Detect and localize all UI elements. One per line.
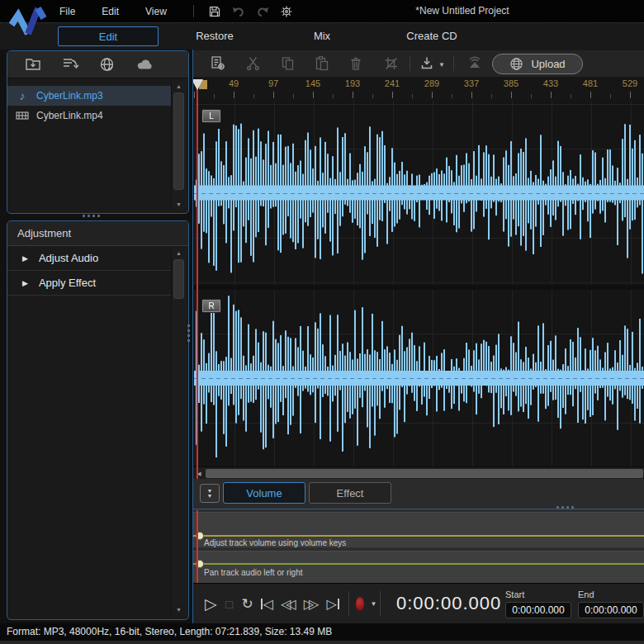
scrollbar-thumb[interactable] xyxy=(206,469,643,478)
delete-icon[interactable] xyxy=(348,54,366,73)
ruler-tick-label: 385 xyxy=(504,78,519,88)
go-to-end-button[interactable]: ▷ xyxy=(326,592,339,615)
rewind-button[interactable]: ◁◁ xyxy=(281,592,296,615)
start-time-field[interactable]: 0:00:00.000 xyxy=(505,602,571,618)
mode-tab-restore[interactable]: Restore xyxy=(186,30,244,42)
app-window: File Edit View *New Unti xyxy=(0,0,644,644)
scroll-down-icon[interactable]: ▼ xyxy=(172,604,186,615)
scroll-up-icon[interactable]: ▲ xyxy=(172,81,186,92)
playhead-marker-icon[interactable] xyxy=(192,79,203,90)
file-row-mp4[interactable]: CyberLink.mp4 xyxy=(7,106,171,125)
ruler-major-tick xyxy=(234,92,234,98)
menubar: File Edit View *New Unti xyxy=(0,0,644,22)
ruler[interactable]: 14997145193241289337385433481529 xyxy=(193,77,644,102)
clip-properties-icon[interactable] xyxy=(209,54,227,73)
ruler-tick-label: 193 xyxy=(345,78,360,88)
video-file-icon xyxy=(16,110,29,121)
ruler-minor-tick xyxy=(571,94,571,98)
scroll-left-icon[interactable]: ◀ xyxy=(194,467,204,480)
chevron-down-icon: ▼ xyxy=(207,494,213,499)
transport-separator xyxy=(380,591,381,616)
adjust-audio-row[interactable]: ▶ Adjust Audio xyxy=(7,246,171,271)
apply-effect-row[interactable]: ▶ Apply Effect xyxy=(7,271,171,296)
normalize-icon[interactable] xyxy=(466,54,484,73)
go-to-start-button[interactable]: ◁ xyxy=(261,592,273,615)
menu-file[interactable]: File xyxy=(59,6,75,17)
ruler-minor-tick xyxy=(293,94,294,98)
volume-keyframe-track[interactable]: Adjust track volume using volume keys xyxy=(193,512,644,547)
bottom-strip xyxy=(0,641,644,644)
settings-gear-icon[interactable] xyxy=(279,4,294,19)
scroll-up-icon[interactable]: ▲ xyxy=(172,248,186,258)
undo-icon[interactable] xyxy=(231,4,246,19)
stop-button[interactable]: □ xyxy=(225,592,234,615)
ruler-tick-label: 97 xyxy=(268,78,278,88)
download-from-web-icon[interactable] xyxy=(98,55,116,73)
import-project-icon[interactable] xyxy=(61,55,79,73)
marker-dropdown-icon[interactable]: ▼ xyxy=(438,61,445,69)
menu-edit[interactable]: Edit xyxy=(102,6,119,17)
library-toolbar xyxy=(7,51,188,78)
play-button[interactable]: ▷ xyxy=(205,592,217,615)
record-button[interactable] xyxy=(356,597,364,611)
end-time-field[interactable]: 0:00:00.000 xyxy=(578,602,644,618)
insert-marker-icon[interactable] xyxy=(418,54,436,73)
menu-view[interactable]: View xyxy=(145,6,167,17)
media-library-panel: ♪ CyberLink.mp3 CyberLink.mp4 ▲ ▼ xyxy=(7,50,189,214)
pan-key-line[interactable] xyxy=(193,563,644,565)
adjust-audio-label: Adjust Audio xyxy=(39,252,98,264)
adjustment-scrollbar[interactable]: ▲ ▼ xyxy=(171,248,186,615)
ruler-tick-label: 241 xyxy=(385,78,400,88)
waveform-canvas[interactable] xyxy=(194,101,644,466)
file-name: CyberLink.mp4 xyxy=(36,110,103,121)
import-media-icon[interactable] xyxy=(24,55,42,73)
file-row-mp3[interactable]: ♪ CyberLink.mp3 xyxy=(7,86,171,106)
tab-volume[interactable]: Volume xyxy=(223,482,305,504)
start-label: Start xyxy=(505,590,571,599)
scrollbar-thumb[interactable] xyxy=(173,92,184,190)
ruler-major-tick xyxy=(353,92,353,98)
cut-icon[interactable] xyxy=(244,54,263,73)
toolbar-separator xyxy=(453,56,454,71)
splitter-handle[interactable] xyxy=(187,324,190,342)
trim-icon[interactable] xyxy=(382,54,400,73)
ruler-minor-tick xyxy=(610,94,611,98)
keyframe-resize-handle[interactable] xyxy=(556,506,574,509)
mode-tab-mix[interactable]: Mix xyxy=(293,30,351,42)
waveform-view[interactable]: L R xyxy=(193,101,644,466)
record-dropdown-icon[interactable]: ▼ xyxy=(370,600,376,608)
pan-keyframe-track[interactable]: Pan track audio left or right xyxy=(193,551,644,584)
playhead-line xyxy=(197,510,198,583)
save-icon[interactable] xyxy=(207,4,222,19)
volume-key-line[interactable] xyxy=(193,535,644,537)
loop-button[interactable]: ↻ xyxy=(242,592,253,615)
tab-effect[interactable]: Effect xyxy=(309,482,391,504)
redo-icon[interactable] xyxy=(255,4,270,19)
editor-toolbar: ▼ Upload xyxy=(193,50,644,78)
media-file-list: ♪ CyberLink.mp3 CyberLink.mp4 xyxy=(7,78,171,213)
expand-right-icon: ▶ xyxy=(22,254,28,263)
library-scrollbar[interactable]: ▲ ▼ xyxy=(171,81,186,210)
ruler-tick-label: 49 xyxy=(229,78,239,88)
scrollbar-thumb[interactable] xyxy=(173,259,184,299)
panel-resize-handle[interactable] xyxy=(83,215,100,217)
ruler-major-tick xyxy=(590,92,591,98)
ruler-major-tick xyxy=(194,92,195,98)
scroll-down-icon[interactable]: ▼ xyxy=(172,199,186,210)
playhead-line[interactable] xyxy=(197,79,198,479)
ruler-minor-tick xyxy=(333,94,334,98)
upload-button[interactable]: Upload xyxy=(492,54,583,74)
globe-icon xyxy=(509,57,523,71)
app-logo-icon xyxy=(7,2,48,40)
mode-tab-create-cd[interactable]: Create CD xyxy=(395,30,469,42)
paste-icon[interactable] xyxy=(313,54,331,73)
ruler-major-tick xyxy=(313,92,314,98)
horizontal-scrollbar[interactable]: ◀ xyxy=(193,466,644,480)
ruler-minor-tick xyxy=(372,94,373,98)
fast-forward-button[interactable]: ▷▷ xyxy=(304,592,320,615)
pan-track-hint: Pan track audio left or right xyxy=(204,568,303,577)
cloud-icon[interactable] xyxy=(135,55,155,73)
collapse-tracks-button[interactable]: ▼ ▼ xyxy=(200,484,220,503)
mode-tab-edit[interactable]: Edit xyxy=(58,26,159,46)
copy-icon[interactable] xyxy=(279,54,297,73)
